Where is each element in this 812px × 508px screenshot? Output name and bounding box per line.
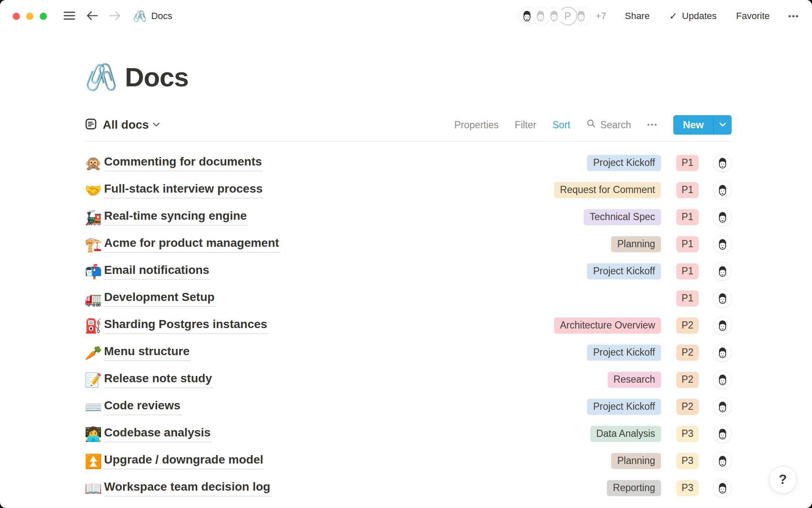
doc-emoji-icon: ⛽	[85, 319, 103, 333]
new-button[interactable]: New	[673, 115, 713, 135]
toolbar-more-button[interactable]: •••	[647, 121, 658, 129]
doc-title-link[interactable]: Menu structure	[104, 345, 191, 361]
doc-type-tag[interactable]: Request for Comment	[554, 182, 661, 198]
ellipsis-icon: •••	[788, 11, 799, 21]
priority-badge[interactable]: P1	[676, 182, 699, 198]
doc-title-link[interactable]: Code reviews	[104, 399, 182, 415]
doc-row[interactable]: ⏫ Upgrade / downgrade model Planning P3	[85, 447, 732, 475]
doc-row[interactable]: 📖 Workspace team decision log Reporting …	[85, 475, 732, 502]
priority-badge[interactable]: P3	[676, 480, 699, 496]
collaborator-avatar[interactable]	[518, 7, 537, 25]
assignee-avatar[interactable]	[713, 316, 732, 335]
doc-title-link[interactable]: Email notifications	[104, 263, 211, 280]
view-tab-all-docs[interactable]: All docs	[85, 118, 160, 132]
doc-row[interactable]: 📝 Release note study Research P2	[85, 366, 732, 393]
doc-row[interactable]: ⛽ Sharding Postgres instances Architectu…	[85, 312, 732, 339]
doc-row[interactable]: 🙊 Commenting for documents Project Kicko…	[85, 149, 732, 177]
sketch-face-icon	[715, 155, 730, 171]
favorite-button[interactable]: Favorite	[736, 11, 770, 22]
priority-badge[interactable]: P2	[676, 372, 699, 388]
assignee-avatar[interactable]	[713, 425, 732, 443]
priority-badge[interactable]: P1	[676, 263, 699, 279]
doc-title-link[interactable]: Codebase analysis	[104, 426, 212, 442]
doc-type-tag[interactable]: Technical Spec	[584, 209, 661, 225]
priority-badge[interactable]: P1	[676, 290, 699, 306]
help-button[interactable]: ?	[769, 466, 797, 494]
priority-badge[interactable]: P2	[676, 345, 699, 361]
arrow-right-icon	[109, 11, 121, 22]
maximize-window-button[interactable]	[40, 13, 47, 20]
doc-type-tag[interactable]: Project Kickoff	[587, 345, 661, 361]
doc-row[interactable]: 📬 Email notifications Project Kickoff P1	[85, 258, 732, 285]
priority-badge[interactable]: P1	[676, 155, 699, 171]
doc-title-link[interactable]: Commenting for documents	[104, 155, 263, 171]
sort-button[interactable]: Sort	[552, 119, 570, 131]
priority-badge[interactable]: P2	[676, 399, 699, 415]
assignee-avatar[interactable]	[713, 208, 732, 226]
doc-row[interactable]: 🥕 Menu structure Project Kickoff P2	[85, 339, 732, 366]
doc-row[interactable]: 🚛 Development Setup P1	[85, 285, 732, 312]
doc-type-tag[interactable]: Project Kickoff	[587, 399, 661, 415]
doc-type-tag[interactable]: Architecture Overview	[554, 318, 661, 334]
avatar-overflow-count[interactable]: +7	[596, 11, 606, 22]
assignee-avatar[interactable]	[713, 452, 732, 470]
doc-type-tag[interactable]: Reporting	[607, 480, 661, 496]
assignee-avatar[interactable]	[713, 181, 732, 199]
assignee-avatar[interactable]	[713, 370, 732, 389]
doc-type-tag[interactable]: Planning	[611, 453, 661, 469]
doc-emoji-icon: ⌨️	[85, 400, 103, 414]
more-options-button[interactable]: •••	[788, 11, 799, 21]
doc-emoji-icon: 📝	[85, 373, 103, 387]
assignee-avatar[interactable]	[713, 262, 732, 281]
doc-type-tag[interactable]: Project Kickoff	[587, 263, 661, 279]
doc-title-link[interactable]: Development Setup	[104, 290, 216, 307]
doc-title-link[interactable]: Workspace team decision log	[104, 480, 272, 497]
forward-button[interactable]	[109, 11, 121, 22]
new-dropdown-button[interactable]	[713, 115, 732, 135]
breadcrumb[interactable]: 🖇️ Docs	[133, 11, 173, 22]
sidebar-toggle-button[interactable]	[63, 11, 75, 22]
minimize-window-button[interactable]	[26, 13, 33, 20]
priority-badge[interactable]: P3	[676, 453, 699, 469]
doc-type-tag[interactable]: Project Kickoff	[587, 155, 661, 171]
arrow-left-icon	[86, 11, 98, 22]
doc-type-tag[interactable]: Data Analysis	[590, 426, 661, 442]
doc-title-link[interactable]: Real-time syncing engine	[104, 209, 248, 226]
ellipsis-icon: •••	[647, 121, 658, 129]
doc-title-link[interactable]: Release note study	[104, 372, 213, 388]
page-title[interactable]: Docs	[125, 62, 188, 92]
assignee-avatar[interactable]	[713, 289, 732, 308]
traffic-lights	[13, 13, 53, 20]
new-split-button: New	[673, 115, 732, 135]
doc-type-tag[interactable]: Planning	[611, 236, 661, 252]
share-button[interactable]: Share	[625, 11, 650, 22]
doc-row[interactable]: 🤝 Full-stack interview process Request f…	[85, 177, 732, 204]
assignee-avatar[interactable]	[713, 398, 732, 416]
doc-row[interactable]: 🏗️ Acme for product management Planning …	[85, 231, 732, 258]
doc-title-link[interactable]: Sharding Postgres instances	[104, 318, 269, 334]
priority-badge[interactable]: P1	[676, 236, 699, 252]
collaborator-avatar-stack[interactable]: P	[518, 7, 591, 25]
back-button[interactable]	[86, 11, 98, 22]
chevron-down-icon	[719, 122, 726, 128]
doc-row[interactable]: 👩‍💻 Codebase analysis Data Analysis P3	[85, 420, 732, 447]
assignee-avatar[interactable]	[713, 235, 732, 254]
doc-type-tag[interactable]: Research	[608, 372, 661, 388]
assignee-avatar[interactable]	[713, 343, 732, 362]
assignee-avatar[interactable]	[713, 154, 732, 172]
doc-title-link[interactable]: Full-stack interview process	[104, 182, 264, 199]
page-paperclip-icon[interactable]: 🖇️	[85, 64, 117, 90]
doc-title-link[interactable]: Acme for product management	[104, 236, 280, 253]
filter-button[interactable]: Filter	[515, 119, 536, 131]
properties-button[interactable]: Properties	[454, 119, 499, 131]
doc-row[interactable]: ⌨️ Code reviews Project Kickoff P2	[85, 393, 732, 420]
priority-badge[interactable]: P2	[676, 318, 699, 334]
assignee-avatar[interactable]	[713, 479, 732, 497]
priority-badge[interactable]: P3	[676, 426, 699, 442]
updates-button[interactable]: ✓ Updates	[669, 11, 716, 22]
doc-title-link[interactable]: Upgrade / downgrade model	[104, 453, 264, 469]
close-window-button[interactable]	[13, 13, 20, 20]
doc-row[interactable]: 🚂 Real-time syncing engine Technical Spe…	[85, 204, 732, 231]
search-button[interactable]: Search	[586, 119, 631, 131]
priority-badge[interactable]: P1	[676, 209, 699, 225]
